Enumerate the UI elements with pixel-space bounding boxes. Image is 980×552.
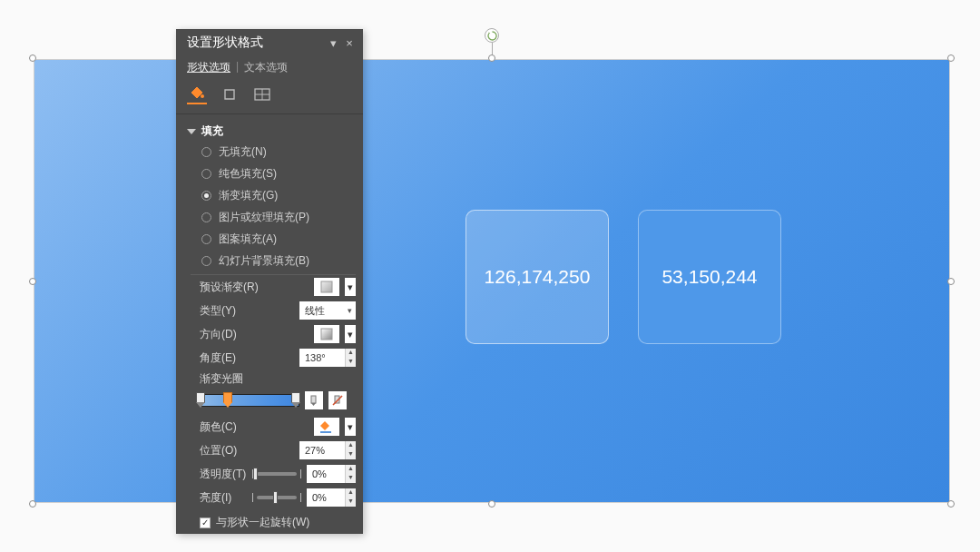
resize-handle[interactable] <box>947 278 955 285</box>
radio-pattern-fill[interactable]: 图案填充(A) <box>201 232 356 247</box>
spin-down-icon[interactable]: ▼ <box>345 450 356 459</box>
chevron-down-icon[interactable]: ▾ <box>345 418 356 436</box>
radio-solid-fill[interactable]: 纯色填充(S) <box>201 166 356 182</box>
size-properties-icon[interactable] <box>252 84 272 104</box>
gradient-properties: 预设渐变(R) ▾ 类型(Y) 线性▾ 方向(D) ▾ 角度(E) 138°▲▼ <box>191 274 356 534</box>
stop-color-dropdown[interactable] <box>314 418 339 436</box>
chevron-down-icon: ▾ <box>345 306 354 315</box>
tab-shape-options[interactable]: 形状选项 <box>187 60 230 75</box>
row-direction: 方向(D) ▾ <box>191 322 356 346</box>
collapse-icon <box>187 129 196 134</box>
remove-gradient-stop-button[interactable] <box>328 391 347 409</box>
svg-rect-6 <box>311 396 316 403</box>
row-color: 颜色(C) ▾ <box>191 415 356 439</box>
row-preset-gradient: 预设渐变(R) ▾ <box>191 275 356 299</box>
close-icon[interactable]: × <box>341 34 358 51</box>
gradient-stop-active[interactable] <box>223 392 232 410</box>
rotate-with-shape-checkbox[interactable]: ✓ 与形状一起旋转(W) <box>191 509 356 534</box>
gradient-stop[interactable] <box>196 392 205 410</box>
resize-handle[interactable] <box>29 54 36 62</box>
gradient-type-dropdown[interactable]: 线性▾ <box>299 301 356 320</box>
gradient-stops <box>191 388 356 415</box>
brightness-spinner[interactable]: 0%▲▼ <box>307 488 356 507</box>
card-1-value: 126,174,250 <box>485 266 591 288</box>
radio-no-fill[interactable]: 无填充(N) <box>201 144 356 160</box>
tab-text-options[interactable]: 文本选项 <box>244 60 288 75</box>
slide-canvas[interactable]: 126,174,250 53,150,244 <box>34 59 950 503</box>
checkbox-icon: ✓ <box>200 518 211 528</box>
radio-picture-fill[interactable]: 图片或纹理填充(P) <box>201 210 356 225</box>
preset-gradient-dropdown[interactable] <box>314 278 339 296</box>
panel-tabs: 形状选项 | 文本选项 <box>176 56 363 77</box>
chevron-down-icon[interactable]: ▾ <box>345 278 356 296</box>
row-brightness: 亮度(I) 0%▲▼ <box>191 486 356 509</box>
resize-handle[interactable] <box>488 500 495 508</box>
format-shape-panel: 设置形状格式 ▾ × 形状选项 | 文本选项 填充 无填充(N) 纯色填充(S)… <box>176 29 363 534</box>
tab-separator: | <box>234 60 240 75</box>
resize-handle[interactable] <box>488 54 495 62</box>
transparency-spinner[interactable]: 0%▲▼ <box>307 465 356 483</box>
card-2[interactable]: 53,150,244 <box>638 210 781 344</box>
spin-up-icon[interactable]: ▲ <box>345 465 356 474</box>
rotate-handle-icon[interactable] <box>485 28 499 43</box>
svg-point-0 <box>201 94 204 98</box>
section-fill-label: 填充 <box>201 123 223 139</box>
fill-line-icon[interactable] <box>187 84 207 104</box>
position-spinner[interactable]: 27%▲▼ <box>299 441 356 459</box>
spin-down-icon[interactable]: ▼ <box>345 358 356 367</box>
resize-handle[interactable] <box>947 500 955 508</box>
spin-down-icon[interactable]: ▼ <box>345 498 356 507</box>
panel-body: 填充 无填充(N) 纯色填充(S) 渐变填充(G) 图片或纹理填充(P) 图案填… <box>176 114 363 534</box>
resize-handle[interactable] <box>29 500 36 508</box>
svg-rect-4 <box>321 281 332 292</box>
section-fill-header[interactable]: 填充 <box>187 118 356 144</box>
radio-slide-bg-fill[interactable]: 幻灯片背景填充(B) <box>201 253 356 269</box>
resize-handle[interactable] <box>29 278 36 285</box>
add-gradient-stop-button[interactable] <box>305 391 323 409</box>
radio-gradient-fill[interactable]: 渐变填充(G) <box>201 188 356 203</box>
row-transparency: 透明度(T) 0%▲▼ <box>191 462 356 486</box>
row-type: 类型(Y) 线性▾ <box>191 299 356 322</box>
slide-selection-wrap: 126,174,250 53,150,244 <box>34 59 950 503</box>
panel-header[interactable]: 设置形状格式 ▾ × <box>176 29 363 56</box>
gradient-stops-bar[interactable] <box>200 394 299 407</box>
gradient-stop[interactable] <box>291 392 300 410</box>
panel-title: 设置形状格式 <box>187 34 263 51</box>
panel-dropdown-icon[interactable]: ▾ <box>325 34 341 51</box>
svg-rect-9 <box>320 431 331 433</box>
spin-up-icon[interactable]: ▲ <box>345 488 356 498</box>
row-stops-label: 渐变光圈 <box>191 370 356 388</box>
spin-up-icon[interactable]: ▲ <box>345 441 356 450</box>
svg-rect-5 <box>321 329 332 340</box>
panel-category-icons <box>176 77 363 114</box>
brightness-slider[interactable] <box>252 493 301 502</box>
row-angle: 角度(E) 138°▲▼ <box>191 346 356 370</box>
card-2-value: 53,150,244 <box>662 266 757 288</box>
transparency-slider[interactable] <box>252 469 301 478</box>
spin-up-icon[interactable]: ▲ <box>345 349 356 358</box>
row-position: 位置(O) 27%▲▼ <box>191 439 356 462</box>
fill-radio-group: 无填充(N) 纯色填充(S) 渐变填充(G) 图片或纹理填充(P) 图案填充(A… <box>187 144 356 269</box>
spin-down-icon[interactable]: ▼ <box>345 474 356 483</box>
card-1[interactable]: 126,174,250 <box>466 210 609 344</box>
angle-spinner[interactable]: 138°▲▼ <box>299 349 356 367</box>
effects-icon[interactable] <box>220 84 240 104</box>
chevron-down-icon[interactable]: ▾ <box>345 325 356 343</box>
resize-handle[interactable] <box>947 54 955 62</box>
gradient-direction-dropdown[interactable] <box>314 325 339 343</box>
